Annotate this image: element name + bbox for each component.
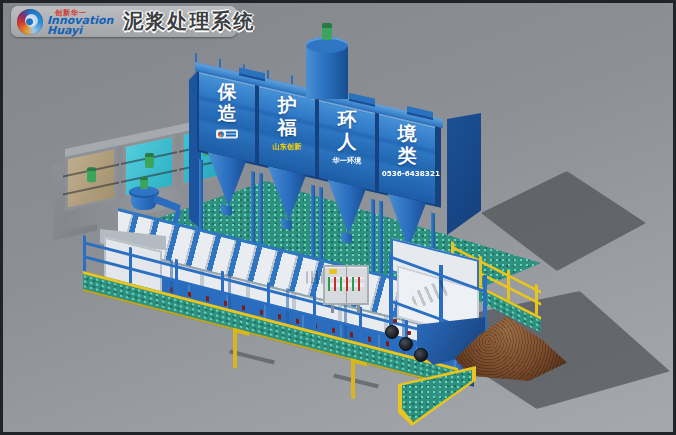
- silo-cone: [327, 180, 367, 239]
- brand-chinese-text: 创新华一: [55, 8, 87, 18]
- silo-cone: [267, 166, 307, 225]
- silo-leg: [251, 171, 255, 244]
- silo-character: 类: [379, 144, 435, 166]
- silo-leg: [199, 159, 203, 232]
- brand-text: 创新华一 Innovation Huayi: [47, 8, 113, 36]
- brand-line-2: Huayi: [47, 26, 113, 36]
- silo-company-text: 山东创新: [262, 142, 312, 152]
- silo-character: 环: [319, 108, 375, 130]
- silo-panel-4: 境 类 0536-6438321: [379, 114, 435, 205]
- silo-phone-text: 0536-6438321: [382, 169, 432, 177]
- cabinet-leg: [357, 305, 360, 313]
- silo-cone: [207, 152, 247, 211]
- agitator-motor: [145, 153, 154, 168]
- render-canvas: 保 造 护 福 山东创新 环 人 华一环境: [0, 0, 676, 435]
- huayi-logo-chip-icon: [216, 129, 238, 138]
- control-cabinet: [323, 265, 369, 305]
- walkway-support-leg: [351, 358, 355, 399]
- huayi-swirl-logo-icon: [17, 9, 43, 35]
- belt-roller: [399, 337, 413, 351]
- silo-leg: [371, 199, 375, 272]
- silo-company-text: 华一环境: [322, 156, 372, 166]
- red-fitting: [393, 319, 397, 323]
- page-title: 泥浆处理系统: [123, 8, 255, 35]
- silo-panel-3: 环 人 华一环境: [319, 100, 375, 191]
- cylinder-body: [306, 45, 348, 99]
- silo-bank-right-face: [447, 113, 481, 235]
- belt-roller: [414, 348, 428, 362]
- silo-character: 造: [199, 102, 255, 124]
- mixing-tank-motor: [140, 177, 148, 189]
- pump-motor: [306, 271, 323, 284]
- roof-cylinder-tank: [306, 37, 348, 99]
- silo-cone-outlet: [341, 232, 352, 245]
- silo-character: 保: [199, 80, 255, 102]
- logo-plate: 创新华一 Innovation Huayi 泥浆处理系统: [11, 6, 237, 37]
- silo-leg: [311, 185, 315, 258]
- red-fitting: [407, 331, 411, 335]
- silo-character: 境: [379, 122, 435, 144]
- silo-cone-outlet: [221, 204, 232, 217]
- silo-leg: [319, 187, 323, 260]
- silo-leg: [259, 173, 263, 246]
- silo-panel-1: 保 造: [199, 72, 255, 163]
- silo-character: 人: [319, 130, 375, 152]
- belt-roller: [385, 325, 399, 339]
- cabinet-warning-label: [329, 269, 337, 274]
- cabinet-leg: [331, 305, 334, 313]
- agitator-motor: [87, 167, 96, 182]
- cylinder-mixer-motor: [322, 23, 332, 40]
- silo-character: 福: [259, 116, 315, 138]
- silo-panel-2: 护 福 山东创新: [259, 86, 315, 177]
- walkway-support-leg: [233, 328, 237, 369]
- cabinet-indicator-buttons: [328, 277, 364, 291]
- silo-cone-outlet: [281, 218, 292, 231]
